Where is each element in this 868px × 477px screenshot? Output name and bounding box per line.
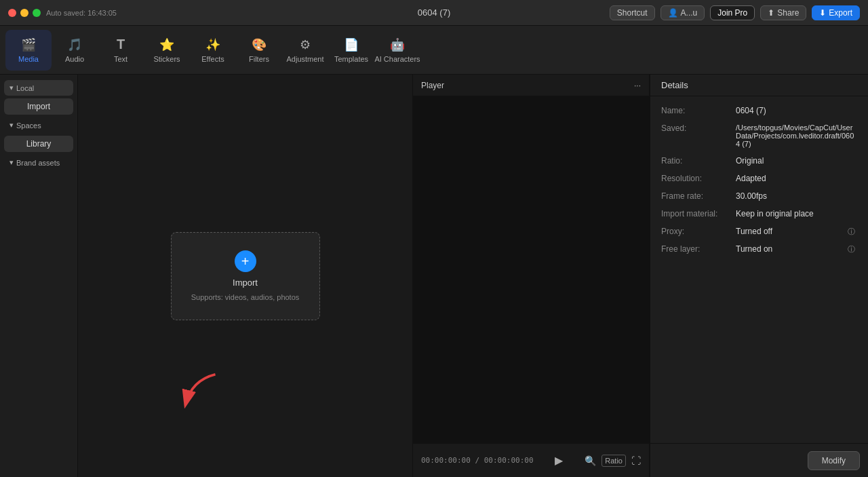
detail-value-proxy: Turned off [736,227,845,236]
detail-label-import-material: Import material: [661,209,736,218]
detail-label-framerate: Frame rate: [661,191,736,201]
tab-ai-characters-label: AI Characters [374,55,420,63]
adjustment-icon: ⚙ [300,37,311,52]
tab-media-label: Media [18,55,39,63]
minimize-button[interactable] [20,9,28,17]
detail-value-free-layer: Turned on [736,244,845,254]
maximize-button[interactable] [33,9,41,17]
tab-ai-characters[interactable]: 🤖 AI Characters [374,30,420,71]
share-icon: ⬆ [768,8,774,18]
modify-button[interactable]: Modify [808,451,860,470]
tab-audio-label: Audio [65,55,84,63]
player-body [413,96,649,443]
tab-effects[interactable]: ✨ Effects [190,30,236,71]
detail-label-resolution: Resolution: [661,174,736,183]
detail-row-free-layer: Free layer: Turned on ⓘ [650,240,868,258]
free-layer-info-icon[interactable]: ⓘ [848,244,857,254]
export-button[interactable]: ⬇ Export [812,5,860,20]
fullscreen-icon[interactable]: ⛶ [631,455,641,466]
effects-icon: ✨ [205,37,220,52]
chevron-right-icon-brand: ▾ [9,158,14,167]
tab-media[interactable]: 🎬 Media [5,30,52,71]
sidebar-item-local[interactable]: ▾ Local [4,80,73,96]
player-panel: Player ··· 00:00:00:00 / 00:00:00:00 ▶ 🔍… [412,75,650,477]
tab-stickers[interactable]: ⭐ Stickers [144,30,190,71]
detail-row-resolution: Resolution: Adapted [650,170,868,187]
detail-label-proxy: Proxy: [661,227,736,236]
player-controls: 00:00:00:00 / 00:00:00:00 ▶ 🔍 Ratio ⛶ [413,443,649,477]
detail-row-name: Name: 0604 (7) [650,102,868,119]
player-menu-icon[interactable]: ··· [634,81,641,90]
arrow-indicator [180,368,227,416]
window-title: 0604 (7) [418,7,450,18]
detail-value-name: 0604 (7) [736,106,857,115]
sidebar-item-brand-assets[interactable]: ▾ Brand assets [4,155,73,170]
detail-row-framerate: Frame rate: 30.00fps [650,187,868,205]
titlebar: Auto saved: 16:43:05 0604 (7) Shortcut 👤… [0,0,868,26]
detail-label-saved: Saved: [661,123,736,133]
media-icon: 🎬 [21,37,36,52]
play-button[interactable]: ▶ [555,454,563,467]
ratio-button[interactable]: Ratio [601,455,626,467]
templates-icon: 📄 [344,37,359,52]
media-panel: + Import Supports: videos, audios, photo… [78,75,412,477]
traffic-lights [8,9,41,17]
export-icon: ⬇ [819,8,826,18]
share-button[interactable]: ⬆ Share [760,5,806,20]
audio-icon: 🎵 [67,37,82,52]
detail-row-ratio: Ratio: Original [650,152,868,170]
sidebar-item-import[interactable]: Import [4,98,73,115]
detail-value-resolution: Adapted [736,174,857,183]
timecode: 00:00:00:00 / 00:00:00:00 [421,456,534,465]
zoom-icon[interactable]: 🔍 [585,455,596,466]
import-sub-label: Supports: videos, audios, photos [191,293,300,301]
autosave-label: Auto saved: 16:43:05 [46,9,117,17]
details-panel: Details Name: 0604 (7) Saved: /Users/top… [650,75,868,477]
detail-row-proxy: Proxy: Turned off ⓘ [650,223,868,240]
tab-effects-label: Effects [201,55,224,63]
titlebar-actions: Shortcut 👤 A...u Join Pro ⬆ Share ⬇ Expo… [610,5,860,20]
details-footer: Modify [650,443,868,477]
filters-icon: 🎨 [252,37,267,52]
details-header: Details [650,75,868,96]
tab-filters-label: Filters [249,55,269,63]
sidebar-item-library[interactable]: Library [4,136,73,152]
tab-audio[interactable]: 🎵 Audio [52,30,98,71]
sidebar: ▾ Local Import ▾ Spaces Library ▾ Brand … [0,75,78,477]
detail-value-saved: /Users/topgus/Movies/CapCut/UserData/Pro… [736,123,857,148]
player-title: Player [421,81,444,90]
text-icon: T [117,37,125,52]
close-button[interactable] [8,9,16,17]
import-dropzone[interactable]: + Import Supports: videos, audios, photo… [171,232,320,320]
import-label: Import [233,278,258,288]
shortcut-button[interactable]: Shortcut [610,5,655,20]
player-ctrl-icons: 🔍 Ratio ⛶ [585,455,641,467]
tab-text[interactable]: T Text [98,30,144,71]
user-avatar-icon: 👤 [668,8,678,18]
tab-templates-label: Templates [334,55,368,63]
import-plus-icon: + [235,250,256,272]
join-pro-button[interactable]: Join Pro [710,5,755,20]
detail-row-saved: Saved: /Users/topgus/Movies/CapCut/UserD… [650,119,868,152]
tab-filters[interactable]: 🎨 Filters [236,30,282,71]
tab-adjustment[interactable]: ⚙ Adjustment [282,30,328,71]
tab-text-label: Text [114,55,127,63]
detail-value-framerate: 30.00fps [736,191,857,201]
main-area: ▾ Local Import ▾ Spaces Library ▾ Brand … [0,75,868,477]
detail-label-ratio: Ratio: [661,156,736,166]
chevron-down-icon: ▾ [9,83,14,92]
player-header: Player ··· [413,75,649,96]
detail-label-name: Name: [661,106,736,115]
proxy-info-icon[interactable]: ⓘ [848,227,857,236]
sidebar-item-spaces[interactable]: ▾ Spaces [4,117,73,133]
stickers-icon: ⭐ [159,37,174,52]
tab-stickers-label: Stickers [153,55,180,63]
tab-adjustment-label: Adjustment [286,55,323,63]
details-title: Details [661,80,688,90]
tab-templates[interactable]: 📄 Templates [328,30,374,71]
detail-row-import-material: Import material: Keep in original place [650,205,868,223]
main-tabs: 🎬 Media 🎵 Audio T Text ⭐ Stickers ✨ Effe… [0,26,868,75]
detail-value-import-material: Keep in original place [736,209,857,218]
user-button[interactable]: 👤 A...u [660,5,705,20]
detail-value-ratio: Original [736,156,857,166]
